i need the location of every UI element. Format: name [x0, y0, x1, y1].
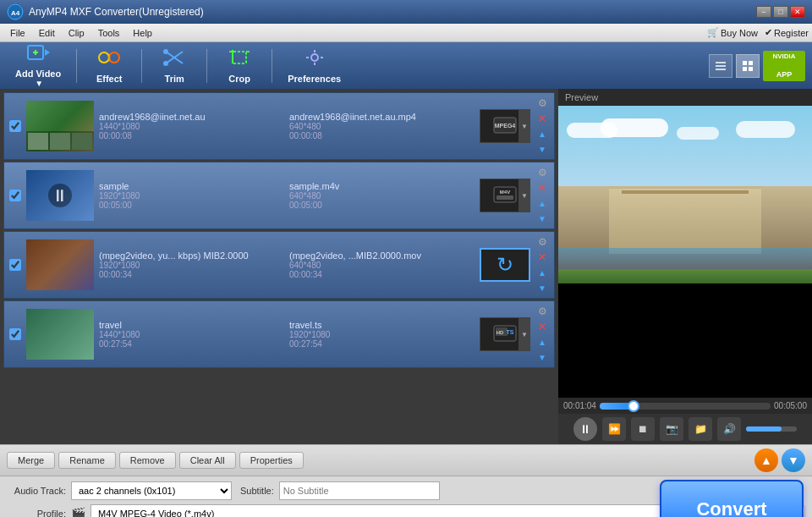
crop-button[interactable]: Crop: [214, 45, 265, 87]
preview-image: [558, 106, 812, 398]
move-buttons: ▲ ▼: [754, 448, 805, 472]
rename-button[interactable]: Rename: [58, 452, 116, 469]
file-info-1: andrew1968@iinet.net.au 1440*1080 00:00:…: [99, 112, 284, 140]
add-video-icon: [26, 43, 50, 67]
main-area: andrew1968@iinet.net.au 1440*1080 00:00:…: [0, 89, 812, 444]
file-settings-4[interactable]: ⚙: [535, 305, 549, 318]
close-button[interactable]: ✕: [790, 6, 805, 18]
list-view-button[interactable]: [709, 54, 732, 78]
minimize-button[interactable]: −: [756, 6, 771, 18]
svg-text:M4V: M4V: [500, 190, 510, 195]
file-output-2: sample.m4v 640*480 00:05:00: [289, 181, 475, 210]
file-down-2[interactable]: ▼: [535, 212, 549, 225]
file-res-4: 1440*1080: [99, 330, 284, 339]
file-actions-1: ⚙ ✕ ▲ ▼: [535, 96, 549, 156]
screenshot-button[interactable]: 📷: [660, 417, 683, 441]
file-info-3: (mpeg2video, yu... kbps) MIB2.0000 1920*…: [99, 250, 284, 279]
file-checkbox-4[interactable]: [9, 328, 21, 340]
file-res-3: 1920*1080: [99, 261, 284, 270]
file-down-1[interactable]: ▼: [535, 142, 549, 156]
file-actions-3: ⚙ ✕ ▲ ▼: [535, 235, 549, 294]
profile-select[interactable]: M4V MPEG-4 Video (*.m4v): [91, 504, 678, 517]
merge-button[interactable]: Merge: [7, 452, 55, 469]
grid-view-button[interactable]: [736, 54, 760, 78]
move-up-button[interactable]: ▲: [754, 448, 778, 472]
properties-button[interactable]: Properties: [239, 452, 304, 469]
file-checkbox-3[interactable]: [9, 259, 21, 271]
menu-clip[interactable]: Clip: [62, 26, 91, 40]
volume-slider[interactable]: [746, 426, 797, 432]
fast-forward-button[interactable]: ⏩: [602, 417, 626, 441]
format-badge-4[interactable]: HDTS ▼: [480, 317, 530, 351]
app-window: A4 AnyMP4 MXF Converter(Unregistered) − …: [0, 0, 812, 517]
clear-all-button[interactable]: Clear All: [179, 452, 236, 469]
file-res-2: 1920*1080: [99, 191, 284, 201]
file-info-4: travel 1440*1080 00:27:54: [99, 320, 284, 349]
file-settings-2[interactable]: ⚙: [535, 166, 549, 179]
crop-icon: [228, 48, 251, 72]
audio-track-select[interactable]: aac 2 channels (0x101): [71, 481, 232, 500]
toolbar-sep-1: [76, 49, 77, 83]
file-out-name-2: sample.m4v: [289, 181, 475, 191]
converting-icon: ↻: [497, 253, 513, 276]
water-area: [558, 248, 812, 269]
preview-area: Preview: [558, 89, 812, 444]
profile-icon: 🎬: [71, 507, 85, 517]
menu-file[interactable]: File: [3, 26, 32, 40]
add-video-button[interactable]: Add Video ▼: [7, 40, 69, 91]
file-down-3[interactable]: ▼: [535, 281, 549, 294]
effect-button[interactable]: Effect: [84, 45, 134, 87]
cloud-2: [601, 118, 668, 137]
register-button[interactable]: ✔ Register: [765, 27, 809, 38]
menu-edit[interactable]: Edit: [32, 26, 62, 40]
file-out-res-1: 640*480: [289, 122, 475, 131]
file-item-4: travel 1440*1080 00:27:54 travel.ts 1920…: [3, 300, 555, 368]
file-checkbox-2[interactable]: [9, 190, 21, 201]
app-title: AnyMP4 MXF Converter(Unregistered): [29, 6, 756, 18]
menu-tools[interactable]: Tools: [91, 26, 127, 40]
file-remove-1[interactable]: ✕: [535, 112, 549, 125]
preview-progress-bar[interactable]: [600, 403, 771, 410]
toolbar-sep-2: [141, 49, 142, 83]
format-badge-3[interactable]: ↻: [480, 248, 530, 282]
remove-button[interactable]: Remove: [119, 452, 176, 469]
svg-text:MPEG4: MPEG4: [495, 123, 516, 129]
cart-icon: 🛒: [707, 27, 719, 38]
svg-text:A4: A4: [11, 9, 20, 17]
file-remove-3[interactable]: ✕: [535, 250, 549, 264]
format-badge-1[interactable]: MPEG4 ▼: [480, 109, 530, 143]
cloud-4: [736, 121, 795, 138]
file-up-1[interactable]: ▲: [535, 127, 549, 140]
format-badge-2[interactable]: M4V ▼: [480, 179, 530, 212]
svg-marker-3: [45, 49, 50, 56]
preferences-button[interactable]: Preferences: [279, 45, 349, 87]
pause-button[interactable]: ⏸: [573, 417, 597, 441]
file-actions-4: ⚙ ✕ ▲ ▼: [535, 305, 549, 364]
buy-now-button[interactable]: 🛒 Buy Now: [707, 27, 758, 38]
convert-button[interactable]: Convert: [660, 480, 804, 517]
trim-icon: [162, 48, 186, 72]
file-remove-4[interactable]: ✕: [535, 320, 549, 333]
move-down-button[interactable]: ▼: [782, 448, 805, 472]
trim-button[interactable]: Trim: [149, 45, 200, 87]
file-up-2[interactable]: ▲: [535, 196, 549, 210]
file-actions-2: ⚙ ✕ ▲ ▼: [535, 166, 549, 225]
file-remove-2[interactable]: ✕: [535, 181, 549, 195]
file-down-4[interactable]: ▼: [535, 350, 549, 364]
file-up-4[interactable]: ▲: [535, 335, 549, 349]
menu-help[interactable]: Help: [126, 26, 159, 40]
folder-button[interactable]: 📁: [689, 417, 712, 441]
file-checkbox-1[interactable]: [9, 120, 21, 132]
pause-icon: ⏸: [48, 184, 72, 207]
stop-button[interactable]: ⏹: [631, 417, 655, 441]
file-output-3: (mpeg2video, ...MIB2.0000.mov 640*480 00…: [289, 250, 475, 279]
svg-text:TS: TS: [507, 329, 514, 335]
maximize-button[interactable]: □: [773, 6, 788, 18]
file-out-name-4: travel.ts: [289, 320, 475, 330]
file-settings-3[interactable]: ⚙: [535, 235, 549, 249]
file-settings-1[interactable]: ⚙: [535, 96, 549, 110]
file-up-3[interactable]: ▲: [535, 266, 549, 279]
file-out-dur-3: 00:00:34: [289, 270, 475, 279]
app-logo: A4: [7, 3, 24, 20]
subtitle-input[interactable]: [279, 481, 440, 500]
